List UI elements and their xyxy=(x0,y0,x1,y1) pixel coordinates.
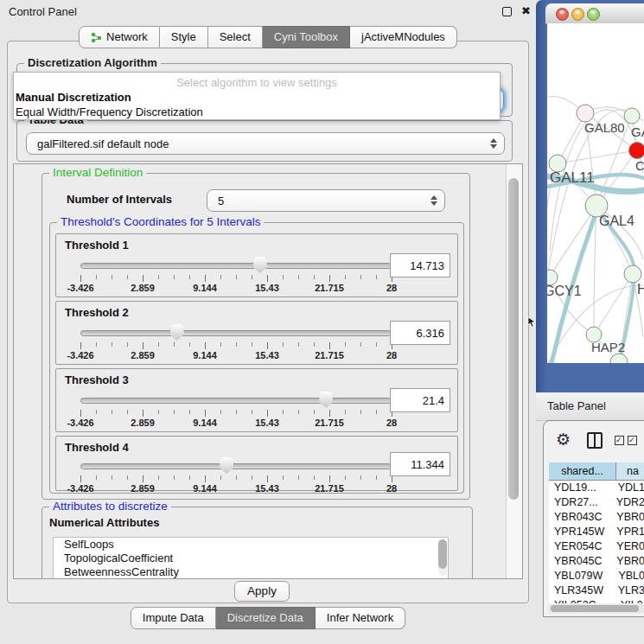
threshold-4-slider[interactable]: -3.4262.859 9.14415.43 21.71528 xyxy=(80,457,392,495)
table-panel-title: Table Panel xyxy=(547,399,606,412)
close-traffic-light-icon[interactable] xyxy=(556,8,569,21)
mouse-cursor xyxy=(527,316,537,328)
tab-select[interactable]: Select xyxy=(208,26,263,48)
dropdown-option-equal-width[interactable]: Equal Width/Frequency Discretization xyxy=(14,105,500,119)
node-selected-red[interactable] xyxy=(629,143,644,159)
table-toolbar: ⚙ ✓ ✓ xyxy=(544,426,644,456)
scrollbar-thumb[interactable] xyxy=(551,605,639,612)
slider-thumb[interactable] xyxy=(220,457,233,474)
checkbox-icon[interactable]: ✓ xyxy=(628,436,637,445)
node-label: GAL4 xyxy=(599,214,634,228)
stepper-icon xyxy=(430,195,437,206)
threshold-2-value[interactable] xyxy=(390,321,450,345)
threshold-1-value[interactable] xyxy=(390,253,450,277)
node-label: C xyxy=(635,158,644,173)
tab-discretize-data[interactable]: Discretize Data xyxy=(216,607,316,629)
threshold-4-value[interactable] xyxy=(390,452,450,476)
group-title: Threshold's Coordinates for 5 Intervals xyxy=(57,215,264,228)
table-row[interactable]: YIL052CYIL0 xyxy=(549,598,644,603)
table-data-value: galFiltered.sif default node xyxy=(37,137,169,150)
checkbox-icon[interactable]: ✓ xyxy=(615,436,624,445)
algorithm-dropdown-popup: Select algorithm to view settings Manual… xyxy=(13,72,501,120)
list-item[interactable]: SelfLoops xyxy=(54,538,448,552)
float-window-icon[interactable] xyxy=(502,7,512,16)
table-row[interactable]: YBL079WYBL0 xyxy=(549,569,644,583)
stepper-icon xyxy=(490,138,497,149)
slider-track[interactable] xyxy=(80,463,392,469)
cyni-toolbox-panel: Discretization Algorithm Select algorith… xyxy=(7,41,529,603)
num-intervals-label: Number of Intervals xyxy=(67,193,172,206)
threshold-3-slider[interactable]: -3.4262.859 9.14415.43 21.71528 xyxy=(80,392,392,430)
network-view-window: GAL80 GA C GAL11 GAL4 GCY1 H HAP2 xyxy=(536,0,644,392)
node-label: HAP2 xyxy=(591,340,625,354)
scrollbar-thumb[interactable] xyxy=(508,178,519,500)
zoom-traffic-light-icon[interactable] xyxy=(587,8,600,21)
slider-thumb[interactable] xyxy=(253,257,267,273)
node-top-right[interactable] xyxy=(624,108,640,124)
node-label: H xyxy=(637,282,644,296)
table-row[interactable]: YLR345WYLR3 xyxy=(549,583,644,598)
slider-track[interactable] xyxy=(80,263,392,269)
slider-track[interactable] xyxy=(80,398,392,404)
columns-icon[interactable] xyxy=(587,432,603,449)
cyni-bottom-tabs: Impute Data Discretize Data Infer Networ… xyxy=(0,607,536,629)
tab-label: Network xyxy=(106,27,148,48)
table-row[interactable]: YER054CYER0 xyxy=(549,539,644,554)
table-row[interactable]: YDL19...YDL1 xyxy=(549,481,644,495)
column-header-name[interactable]: na xyxy=(616,462,644,480)
node-h[interactable] xyxy=(624,265,641,283)
threshold-coordinates-group: Threshold's Coordinates for 5 Intervals … xyxy=(49,222,464,494)
tab-infer-network[interactable]: Infer Network xyxy=(316,607,405,629)
dropdown-prompt: Select algorithm to view settings xyxy=(14,73,500,90)
slider-track[interactable] xyxy=(80,330,392,336)
network-window-titlebar[interactable] xyxy=(545,3,644,24)
list-item[interactable]: TopologicalCoefficient xyxy=(54,552,448,565)
list-scrollbar[interactable] xyxy=(438,539,447,576)
threshold-2-panel: Threshold 2 -3.4262.859 9.14415.43 21.71… xyxy=(55,301,458,365)
node-label: GCY1 xyxy=(547,284,582,298)
slider-thumb[interactable] xyxy=(170,324,184,341)
tab-style[interactable]: Style xyxy=(160,26,208,48)
tab-cyni-toolbox[interactable]: Cyni Toolbox xyxy=(263,26,350,48)
minimize-traffic-light-icon[interactable] xyxy=(571,8,584,21)
group-title: Attributes to discretize xyxy=(49,500,171,513)
table-row[interactable]: YPR145WYPR1 xyxy=(549,525,644,539)
threshold-3-value[interactable] xyxy=(390,388,450,412)
list-item[interactable]: BetweennessCentrality xyxy=(54,565,448,579)
horizontal-scrollbar[interactable] xyxy=(549,604,644,613)
network-canvas[interactable]: GAL80 GA C GAL11 GAL4 GCY1 H HAP2 xyxy=(547,23,644,363)
settings-scrollpane: Interval Definition Number of Intervals … xyxy=(13,163,523,579)
threshold-2-slider[interactable]: -3.4262.859 9.14415.43 21.71528 xyxy=(80,324,392,362)
threshold-4-panel: Threshold 4 -3.4262.859 9.14415.43 21.71… xyxy=(55,436,458,491)
vertical-scrollbar[interactable] xyxy=(506,164,522,578)
num-intervals-value: 5 xyxy=(218,194,224,207)
numerical-attributes-label: Numerical Attributes xyxy=(49,516,159,529)
group-title: Interval Definition xyxy=(49,166,146,179)
apply-button[interactable]: Apply xyxy=(234,581,290,602)
table-panel: ⚙ ✓ ✓ shared... na YDL19...YDL1 YDR27...… xyxy=(543,420,644,617)
control-panel-tabs: Network Style Select Cyni Toolbox jActiv… xyxy=(0,26,536,48)
slider-thumb[interactable] xyxy=(319,392,333,408)
tab-network[interactable]: Network xyxy=(79,26,160,48)
close-icon[interactable]: ✖ xyxy=(521,4,531,17)
tab-jactivemnodules[interactable]: jActiveMNodules xyxy=(350,26,457,48)
interval-definition-group: Interval Definition Number of Intervals … xyxy=(41,173,470,500)
network-icon xyxy=(91,32,102,43)
table-data-select[interactable]: galFiltered.sif default node xyxy=(26,132,505,155)
tab-impute-data[interactable]: Impute Data xyxy=(131,607,216,629)
network-graph: GAL80 GA C GAL11 GAL4 GCY1 H HAP2 xyxy=(547,23,644,363)
table-data-group: Table Data galFiltered.sif default node xyxy=(16,120,513,162)
table-row[interactable]: YBR045CYBR0 xyxy=(549,554,644,569)
node-label: GAL11 xyxy=(550,169,595,186)
dropdown-option-manual[interactable]: Manual Discretization xyxy=(14,90,500,105)
gear-icon[interactable]: ⚙ xyxy=(556,430,571,450)
num-intervals-select[interactable]: 5 xyxy=(207,189,445,212)
node-attribute-table: shared... na YDL19...YDL1 YDR27...YDR2 Y… xyxy=(549,462,644,603)
table-row[interactable]: YDR27...YDR2 xyxy=(549,495,644,510)
column-header-shared-name[interactable]: shared... xyxy=(549,462,616,480)
threshold-3-panel: Threshold 3 -3.4262.859 9.14415.43 21.71… xyxy=(55,368,458,432)
node-gal80[interactable] xyxy=(577,105,594,122)
table-row[interactable]: YBR043CYBR0 xyxy=(549,510,644,525)
threshold-1-slider[interactable]: -3.4262.859 9.14415.43 21.71528 xyxy=(80,257,392,295)
attributes-group: Attributes to discretize Numerical Attri… xyxy=(41,507,473,579)
